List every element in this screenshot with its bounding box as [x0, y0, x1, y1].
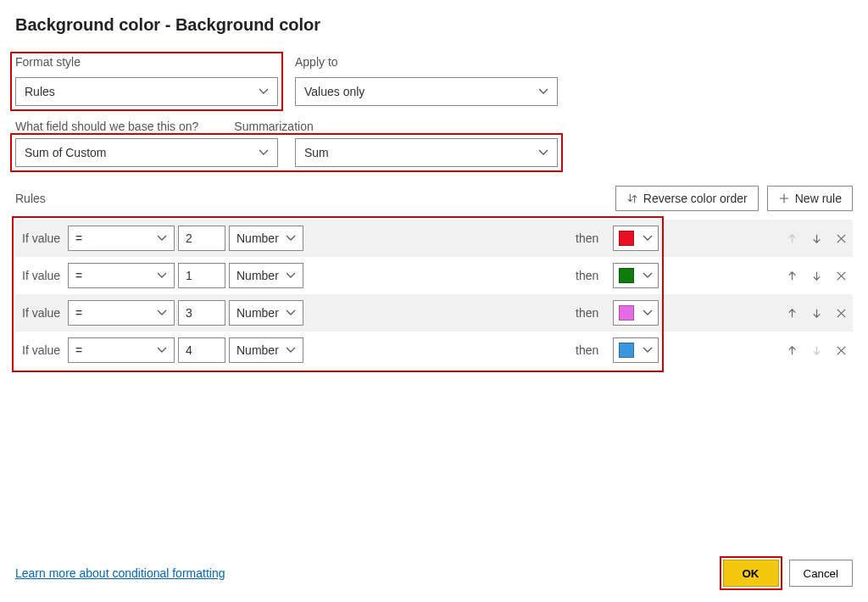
then-label: then: [576, 306, 613, 320]
rules-list: If value=NumberthenIf value=NumberthenIf…: [15, 220, 853, 369]
apply-to-dropdown[interactable]: Values only: [295, 77, 558, 106]
rule-type-value: Number: [236, 269, 279, 282]
rule-color-dropdown[interactable]: [613, 300, 659, 326]
rule-operator-value: =: [75, 343, 82, 357]
move-down-icon: [810, 344, 823, 357]
base-field-dropdown[interactable]: Sum of Custom: [15, 138, 278, 167]
rule-operator-dropdown[interactable]: =: [68, 337, 175, 363]
color-swatch: [619, 343, 634, 358]
rule-type-dropdown[interactable]: Number: [229, 226, 303, 251]
reverse-color-order-button[interactable]: Reverse color order: [615, 186, 759, 211]
rule-operator-value: =: [75, 269, 82, 282]
summarization-dropdown[interactable]: Sum: [295, 138, 558, 167]
color-swatch: [619, 268, 634, 283]
then-label: then: [576, 231, 613, 245]
chevron-down-icon: [259, 86, 269, 97]
if-value-label: If value: [22, 231, 68, 245]
rule-row: If value=Numberthen: [15, 294, 853, 332]
rule-type-dropdown[interactable]: Number: [229, 263, 303, 288]
move-up-icon[interactable]: [786, 344, 798, 357]
then-label: then: [576, 269, 613, 282]
rule-operator-dropdown[interactable]: =: [68, 263, 175, 288]
apply-to-value: Values only: [304, 85, 364, 98]
plus-icon: [778, 192, 790, 204]
rule-value-input[interactable]: [178, 337, 225, 363]
delete-rule-icon[interactable]: [835, 307, 848, 320]
chevron-down-icon: [643, 270, 653, 281]
summarization-value: Sum: [304, 146, 329, 159]
ok-button[interactable]: OK: [723, 560, 779, 587]
delete-rule-icon[interactable]: [835, 270, 848, 282]
move-down-icon[interactable]: [810, 307, 823, 320]
chevron-down-icon: [643, 233, 653, 243]
chevron-down-icon: [286, 345, 296, 355]
if-value-label: If value: [22, 306, 68, 320]
rule-row: If value=Numberthen: [15, 257, 853, 294]
rule-operator-dropdown[interactable]: =: [68, 300, 175, 326]
if-value-label: If value: [22, 343, 68, 357]
color-swatch: [619, 305, 634, 321]
base-field-label: What field should we base this on?: [15, 120, 198, 133]
chevron-down-icon: [157, 345, 167, 355]
delete-rule-icon[interactable]: [835, 232, 848, 245]
apply-to-label: Apply to: [295, 55, 558, 69]
rule-value-input[interactable]: [178, 263, 225, 288]
rule-type-value: Number: [236, 306, 279, 320]
move-up-icon: [786, 232, 798, 245]
move-up-icon[interactable]: [786, 270, 798, 282]
close-icon[interactable]: [846, 15, 853, 34]
rule-operator-dropdown[interactable]: =: [68, 226, 175, 251]
rule-row: If value=Numberthen: [15, 332, 853, 369]
rule-type-dropdown[interactable]: Number: [229, 337, 303, 363]
format-style-dropdown[interactable]: Rules: [15, 77, 278, 106]
format-style-label: Format style: [15, 55, 278, 69]
rule-row: If value=Numberthen: [15, 220, 853, 257]
chevron-down-icon: [157, 233, 167, 243]
chevron-down-icon: [157, 270, 167, 281]
color-swatch: [619, 231, 634, 246]
cancel-button[interactable]: Cancel: [789, 560, 854, 587]
chevron-down-icon: [157, 308, 167, 318]
new-rule-label: New rule: [795, 192, 842, 205]
dialog-title: Background color - Background color: [15, 15, 320, 35]
chevron-down-icon: [286, 308, 296, 318]
rule-value-input[interactable]: [178, 300, 225, 326]
rule-color-dropdown[interactable]: [613, 226, 659, 251]
format-style-value: Rules: [25, 85, 55, 98]
rule-type-value: Number: [236, 343, 279, 357]
rule-operator-value: =: [75, 231, 82, 245]
swap-icon: [626, 192, 638, 204]
move-up-icon[interactable]: [786, 307, 798, 320]
if-value-label: If value: [22, 269, 68, 282]
chevron-down-icon: [259, 148, 269, 158]
chevron-down-icon: [286, 233, 296, 243]
summarization-label: Summarization: [234, 120, 313, 133]
learn-more-link[interactable]: Learn more about conditional formatting: [15, 566, 225, 580]
rule-type-dropdown[interactable]: Number: [229, 300, 303, 326]
chevron-down-icon: [286, 270, 296, 281]
rule-color-dropdown[interactable]: [613, 263, 659, 288]
chevron-down-icon: [538, 148, 548, 158]
chevron-down-icon: [643, 308, 653, 318]
then-label: then: [576, 343, 613, 357]
rule-color-dropdown[interactable]: [613, 337, 659, 363]
chevron-down-icon: [643, 345, 653, 355]
rule-type-value: Number: [236, 231, 279, 245]
chevron-down-icon: [538, 86, 548, 97]
rules-label: Rules: [15, 192, 46, 205]
rule-operator-value: =: [75, 306, 82, 320]
reverse-label: Reverse color order: [643, 192, 748, 205]
move-down-icon[interactable]: [810, 232, 823, 245]
new-rule-button[interactable]: New rule: [767, 186, 853, 211]
move-down-icon[interactable]: [810, 270, 823, 282]
base-field-value: Sum of Custom: [25, 146, 106, 159]
delete-rule-icon[interactable]: [835, 344, 848, 357]
rule-value-input[interactable]: [178, 226, 225, 251]
